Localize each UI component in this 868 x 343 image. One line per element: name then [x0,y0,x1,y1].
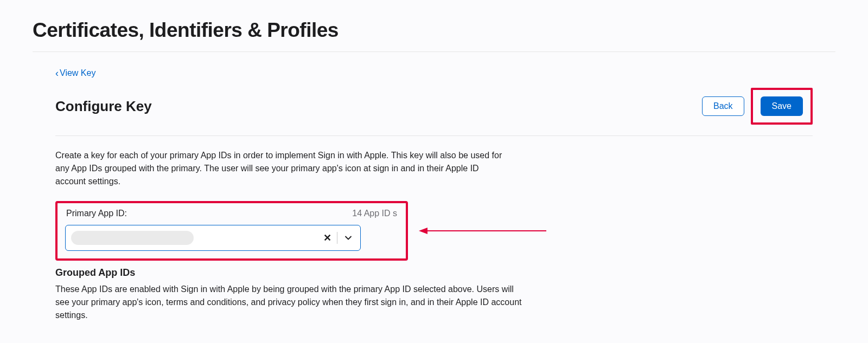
primary-app-id-value-redacted [71,231,194,245]
configure-description: Create a key for each of your primary Ap… [55,149,506,188]
page-title: Certificates, Identifiers & Profiles [33,0,835,52]
back-button[interactable]: Back [702,96,744,116]
arrow-annotation [419,223,549,239]
primary-app-id-label: Primary App ID: [66,209,127,218]
grouped-app-ids-description: These App IDs are enabled with Sign in w… [55,283,522,322]
clear-icon[interactable]: ✕ [318,232,337,244]
save-button[interactable]: Save [761,96,803,116]
grouped-app-ids-title: Grouped App IDs [55,267,813,279]
chevron-left-icon: ‹ [55,68,59,78]
app-id-count: 14 App ID s [352,209,397,218]
primary-app-id-highlight-annotation: Primary App ID: 14 App ID s ✕ [55,201,408,261]
chevron-down-icon[interactable] [337,234,355,242]
save-highlight-annotation: Save [751,88,813,125]
svg-marker-1 [419,228,427,234]
configure-key-title: Configure Key [55,98,152,115]
header-row: Configure Key Back Save [55,88,813,136]
primary-app-id-select[interactable]: ✕ [65,225,361,251]
back-link-label: View Key [60,68,95,78]
view-key-back-link[interactable]: ‹ View Key [55,68,95,78]
